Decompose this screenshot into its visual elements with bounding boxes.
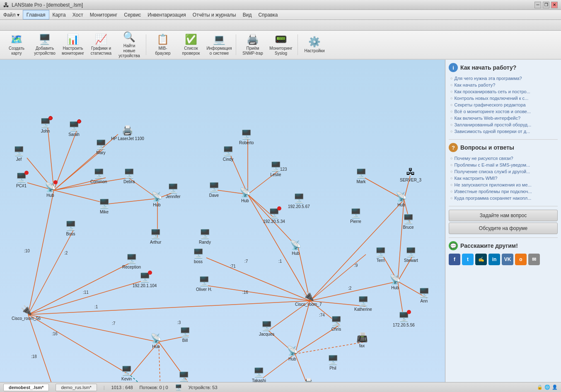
node-hub7[interactable]: 📡 Hub [150, 333, 162, 349]
node-dave[interactable]: 🖥️ Dave [208, 182, 220, 198]
node-mary[interactable]: 🖥️ Mary [95, 139, 106, 155]
node-fax[interactable]: 📠 fax [356, 332, 368, 348]
node-leslie[interactable]: 🖥️ Leslie [270, 161, 281, 177]
node-roberto[interactable]: 🖥️ Roberto [239, 129, 254, 145]
node-john[interactable]: 🖥️ John [40, 118, 51, 133]
node-cisco7[interactable]: 🔌 Cisco_room_7 [295, 291, 322, 307]
node-jacques[interactable]: 🖥️ Jacques [259, 321, 274, 336]
syslog-button[interactable]: 📟 Мониторинг Syslog [268, 33, 294, 57]
linkedin-icon[interactable]: in [488, 254, 500, 265]
link-email-sms[interactable]: Проблемы с E-mail и SMS-уведом... [449, 162, 558, 168]
add-device-button[interactable]: 🖥️ Добавить устройство [31, 33, 58, 57]
link-why-program[interactable]: Для чего нужна эта программа? [449, 75, 558, 81]
menu-file[interactable]: Файл ▾ [0, 10, 23, 19]
link-control-connections[interactable]: Контроль новых подключений к с... [449, 95, 558, 101]
link-apps-not-launch[interactable]: Не запускаются приложения из ме... [449, 182, 558, 188]
ask-question-button[interactable]: Задайте нам вопрос [449, 210, 558, 221]
node-bruce[interactable]: 🖥️ Bruce [403, 214, 414, 230]
node-oliverh[interactable]: 🖥️ Oliver H. [196, 276, 212, 292]
link-monitoring-all[interactable]: Всё о мониторинге хостов и опове... [449, 109, 558, 114]
node-pc1[interactable]: 🖥️ PC#1 [16, 172, 27, 188]
create-map-button[interactable]: 🗺️ Создать карту [3, 33, 30, 57]
node-stewart[interactable]: 🖥️ Stewart [404, 247, 418, 263]
link-editor-secrets[interactable]: Секреты графического редактора [449, 102, 558, 108]
settings-button[interactable]: ⚙️ Настройки [301, 33, 328, 57]
menu-map[interactable]: Карта [49, 10, 69, 19]
link-how-start[interactable]: Как начать работу? [449, 82, 558, 88]
node-mike[interactable]: 🖥️ Mike [99, 198, 110, 214]
node-npi[interactable]: 🖨️ NPI8E793D [297, 378, 319, 382]
node-bill[interactable]: 🖥️ Bill [179, 327, 191, 343]
charts-button[interactable]: 📈 Графики и статистика [88, 33, 114, 57]
node-hub2[interactable]: 📡 Hub [151, 191, 162, 207]
node-pierre[interactable]: 🖥️ Pierre [350, 208, 361, 224]
livejournal-icon[interactable]: ✍ [475, 254, 487, 265]
node-terri[interactable]: 🖥️ Terri [375, 247, 386, 263]
node-ip1921[interactable]: 🖥️ 192.20.1.104 [133, 272, 157, 288]
node-ip192205[interactable]: 🖥️ 192.20.5.34 [263, 208, 285, 224]
node-reception[interactable]: 🖥️ Reception [122, 254, 141, 269]
restore-button[interactable]: ❐ [543, 2, 549, 8]
menu-help[interactable]: Справка [255, 10, 281, 19]
facebook-icon[interactable]: f [449, 254, 460, 265]
node-phil[interactable]: 🖥️ Phil [327, 355, 339, 370]
link-saves-where[interactable]: Куда программа сохраняет накопл... [449, 195, 558, 201]
node-server3[interactable]: 🖧 SERVER_3 [400, 167, 421, 182]
node-kevin[interactable]: 🖥️ Kevin [121, 365, 132, 381]
node-hp[interactable]: 🖨️ HP LaserJet 1100 [111, 125, 144, 141]
email-share-icon[interactable]: ✉ [528, 254, 540, 265]
node-cindy[interactable]: 🖥️ Cindy [222, 146, 234, 162]
node-ip17220[interactable]: 🖥️ 172.20.5.56 [393, 312, 415, 327]
link-wmi[interactable]: Как настроить WMI? [449, 175, 558, 181]
mib-browser-button[interactable]: 📋 MIB-браузер [150, 33, 176, 57]
vk-icon[interactable]: VK [502, 254, 513, 265]
setup-monitor-button[interactable]: 📊 Настроить мониторинг [60, 33, 86, 57]
node-hub4[interactable]: 📡 Hub [290, 240, 301, 256]
menu-home[interactable]: Главная [23, 10, 49, 19]
menu-view[interactable]: Вид [239, 10, 255, 19]
close-button[interactable]: ✕ [551, 2, 558, 8]
link-scheduled-downtime[interactable]: Запланированный простой оборуд... [449, 122, 558, 128]
link-why-no-links[interactable]: Почему не рисуются связи? [449, 155, 558, 161]
node-boss2[interactable]: 🖥️ boss [193, 248, 204, 264]
node-takashi[interactable]: 🖥️ Takashi [252, 367, 266, 382]
minimize-button[interactable]: ─ [534, 2, 541, 8]
tab-demo-rus[interactable]: demo_rus.lsm* [56, 384, 97, 391]
node-cisco56[interactable]: 🔌 Cisco_room_56 [12, 305, 41, 321]
node-hub5[interactable]: 📡 Hub [396, 191, 407, 207]
sys-info-button[interactable]: 💻 Информация о системе [206, 33, 232, 57]
menu-monitoring[interactable]: Мониторинг [87, 10, 121, 19]
node-hub8[interactable]: 📡 Hub [287, 346, 298, 361]
node-common[interactable]: 🖥️ Common [90, 168, 107, 184]
node-katherine[interactable]: 🖥️ Katherine [354, 296, 372, 312]
node-boss[interactable]: 🖥️ Boss [65, 220, 76, 236]
menu-service[interactable]: Сервис [121, 10, 144, 19]
link-scan-network[interactable]: Как просканировать сеть и постро... [449, 89, 558, 94]
node-ann[interactable]: 🖥️ Ann [418, 288, 430, 303]
node-sarah[interactable]: 🖥️ Sarah [68, 121, 80, 137]
window-controls[interactable]: ─ ❐ ✕ [534, 2, 558, 8]
link-web-interface[interactable]: Как включить Web-интерфейс? [449, 115, 558, 121]
find-devices-button[interactable]: 🔍 Найти новые устройства [116, 33, 143, 57]
tab-demobest[interactable]: demobest_.lsm* [3, 384, 49, 391]
node-randy[interactable]: 🖥️ Randy [199, 229, 211, 244]
node-ip19220567[interactable]: 🖥️ 192.20.5.67 [288, 193, 310, 209]
twitter-icon[interactable]: t [462, 254, 474, 265]
node-mark[interactable]: 🖥️ Mark [355, 168, 367, 184]
node-debra[interactable]: 🖥️ Debra [123, 168, 135, 184]
menu-host[interactable]: Хост [69, 10, 87, 19]
odnoklassniki-icon[interactable]: о [515, 254, 527, 265]
node-jef[interactable]: 🖥️ Jef [13, 146, 24, 162]
node-hub3[interactable]: 📡 Hub [239, 187, 251, 203]
menu-inventory[interactable]: Инвентаризация [144, 10, 189, 19]
discuss-forum-button[interactable]: Обсудите на форуме [449, 223, 558, 234]
check-list-button[interactable]: ✅ Список проверок [178, 33, 204, 57]
link-known-problems[interactable]: Известные проблемы при подключ... [449, 189, 558, 194]
node-hub6[interactable]: 📡 Hub [389, 274, 401, 290]
link-services-list[interactable]: Получение списка служб и другой... [449, 169, 558, 174]
node-hub1[interactable]: 📡 Hub [45, 182, 56, 198]
snmp-trap-button[interactable]: 🖨️ Приём SNMP-trap [239, 33, 266, 57]
menu-reports[interactable]: Отчёты и журналы [189, 10, 239, 19]
node-jennifer[interactable]: 🖥️ Jennifer [166, 183, 181, 199]
network-map[interactable]: :10 :2 :11 :1 :16 :18 :7 :3 :16 :71 :7 :… [0, 60, 445, 382]
